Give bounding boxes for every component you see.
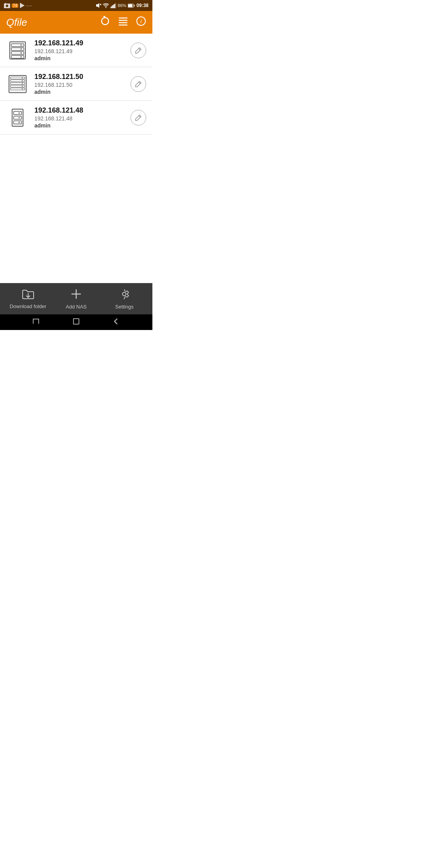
svg-point-41 — [22, 86, 23, 87]
notification-badge: 74 — [12, 4, 18, 8]
nas-ip-2: 192.168.121.50 — [34, 82, 125, 88]
nas-info-1: 192.168.121.49 192.168.121.49 admin — [34, 39, 125, 61]
nas-icon-3 — [6, 108, 29, 128]
mute-icon — [95, 3, 101, 8]
nas-edit-button-3[interactable] — [131, 110, 146, 126]
svg-point-48 — [18, 112, 20, 114]
nas-name-1: 192.168.121.49 — [34, 39, 125, 47]
nas-item[interactable]: 192.168.121.48 192.168.121.48 admin — [0, 101, 152, 135]
android-back-btn[interactable] — [113, 318, 120, 327]
download-folder-icon — [22, 289, 34, 302]
clock: 09:38 — [136, 3, 148, 8]
svg-line-43 — [139, 82, 140, 84]
svg-rect-14 — [134, 5, 135, 6]
battery-percent: 86% — [118, 3, 126, 8]
nas-edit-button-1[interactable] — [131, 43, 146, 58]
photo-icon — [4, 3, 10, 8]
svg-point-40 — [22, 83, 23, 84]
svg-marker-3 — [20, 3, 25, 8]
svg-line-51 — [139, 116, 140, 117]
refresh-icon[interactable] — [100, 16, 110, 29]
status-right-icons: 86% 09:38 — [95, 3, 148, 8]
nav-add-nas[interactable]: Add NAS — [52, 288, 100, 310]
app-header: Qfile — [0, 11, 152, 34]
signal-icon — [111, 3, 116, 8]
nav-settings[interactable]: Settings — [100, 288, 148, 310]
battery-icon — [128, 4, 135, 8]
svg-line-31 — [139, 48, 140, 50]
nas-edit-button-2[interactable] — [131, 76, 146, 92]
svg-point-28 — [20, 48, 22, 50]
svg-point-27 — [20, 44, 22, 46]
nas-info-2: 192.168.121.50 192.168.121.50 admin — [34, 73, 125, 95]
svg-rect-57 — [73, 319, 79, 324]
app-title: Qfile — [6, 16, 27, 29]
svg-point-49 — [18, 117, 20, 118]
svg-marker-2 — [5, 3, 6, 4]
svg-rect-11 — [115, 3, 116, 8]
svg-rect-8 — [112, 5, 113, 8]
svg-rect-13 — [128, 4, 132, 7]
status-left-icons: 74 ··· — [4, 2, 32, 9]
svg-rect-26 — [11, 56, 24, 58]
svg-point-55 — [123, 292, 126, 296]
nas-ip-3: 192.168.121.48 — [34, 115, 125, 122]
download-folder-label: Download folder — [10, 303, 46, 309]
nas-item[interactable]: 192.168.121.50 192.168.121.50 admin — [0, 67, 152, 101]
bottom-nav: Download folder Add NAS Settings — [0, 283, 152, 314]
play-icon — [20, 3, 25, 8]
nas-icon-2 — [6, 74, 29, 94]
svg-point-1 — [6, 5, 8, 7]
svg-point-29 — [20, 52, 22, 54]
settings-label: Settings — [115, 304, 134, 310]
info-icon[interactable]: i — [136, 16, 146, 29]
svg-text:i: i — [140, 18, 142, 24]
nas-ip-1: 192.168.121.49 — [34, 48, 125, 54]
svg-rect-47 — [14, 121, 21, 124]
dots-icon: ··· — [26, 2, 32, 9]
nas-item[interactable]: 192.168.121.49 192.168.121.49 admin — [0, 34, 152, 67]
svg-rect-25 — [11, 52, 24, 54]
svg-point-39 — [22, 80, 23, 81]
nas-info-3: 192.168.121.48 192.168.121.48 admin — [34, 106, 125, 129]
android-nav — [0, 314, 152, 330]
android-home-btn[interactable] — [72, 317, 80, 327]
status-bar: 74 ··· — [0, 0, 152, 11]
svg-rect-9 — [113, 5, 114, 8]
nas-user-1: admin — [34, 55, 125, 61]
nas-user-2: admin — [34, 89, 125, 95]
empty-space — [0, 158, 152, 283]
svg-rect-24 — [11, 48, 24, 50]
svg-rect-46 — [14, 116, 21, 119]
svg-point-38 — [22, 77, 23, 79]
add-icon — [70, 288, 82, 302]
nas-name-3: 192.168.121.48 — [34, 106, 125, 115]
nas-name-2: 192.168.121.50 — [34, 73, 125, 81]
header-actions: i — [100, 16, 146, 29]
android-recent-btn[interactable] — [32, 318, 40, 327]
svg-point-50 — [18, 122, 20, 123]
nas-icon-1 — [6, 40, 29, 61]
add-nas-label: Add NAS — [66, 304, 86, 310]
nas-list: 192.168.121.49 192.168.121.49 admin — [0, 34, 152, 158]
nas-user-3: admin — [34, 122, 125, 129]
svg-rect-10 — [114, 4, 115, 8]
stack-icon[interactable] — [118, 16, 128, 29]
svg-point-42 — [22, 88, 23, 90]
svg-rect-7 — [111, 7, 112, 8]
svg-point-30 — [20, 56, 22, 57]
wifi-icon — [103, 3, 109, 8]
svg-rect-23 — [11, 44, 24, 47]
nav-download-folder[interactable]: Download folder — [4, 289, 52, 309]
svg-marker-4 — [96, 3, 99, 8]
settings-icon — [118, 288, 130, 302]
svg-rect-45 — [14, 111, 21, 115]
